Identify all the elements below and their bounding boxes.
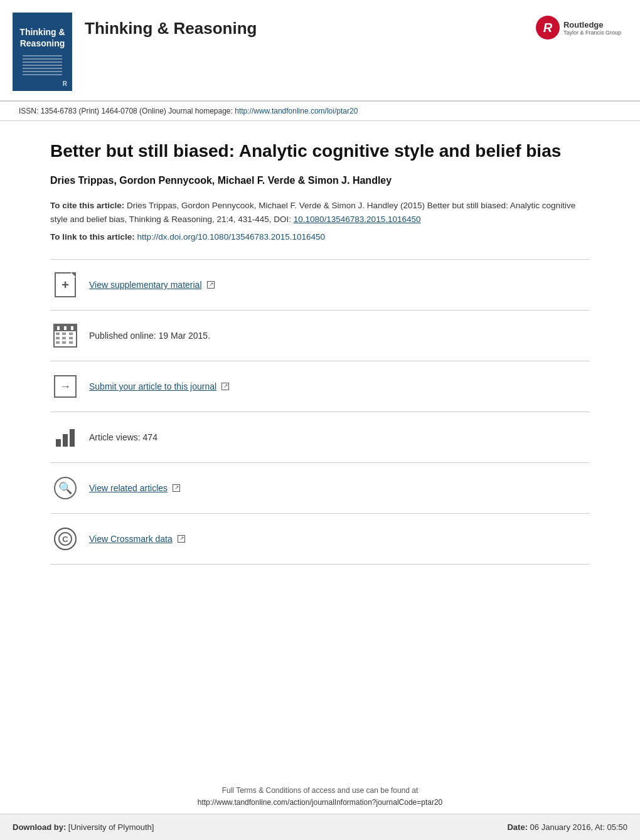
- submit-ext-icon: [221, 383, 229, 390]
- routledge-r-icon: R: [536, 16, 560, 40]
- cover-r-logo: R: [63, 80, 67, 87]
- supplementary-ext-icon: [207, 281, 215, 289]
- crossmark-icon: C: [54, 528, 77, 550]
- actions-section: View supplementary material Publis: [50, 259, 590, 565]
- crossmark-svg: C: [58, 532, 72, 546]
- related-icon-container: 🔍: [50, 473, 80, 503]
- related-search-icon: 🔍: [54, 477, 77, 499]
- action-related: 🔍 View related articles: [50, 462, 590, 513]
- article-link[interactable]: http://dx.doi.org/10.1080/13546783.2015.…: [137, 232, 326, 242]
- citation-block: To cite this article: Dries Trippas, Gor…: [50, 199, 590, 226]
- crossmark-text: View Crossmark data: [89, 534, 173, 544]
- issn-text: ISSN: 1354-6783 (Print) 1464-0708 (Onlin…: [19, 107, 235, 115]
- supplementary-text: View supplementary material: [89, 280, 202, 290]
- action-crossmark: C View Crossmark data: [50, 513, 590, 565]
- journal-title: Thinking & Reasoning: [85, 19, 257, 38]
- action-submit: → Submit your article to this journal: [50, 361, 590, 412]
- footer-bar: Download by: [University of Plymouth] Da…: [0, 814, 640, 840]
- cover-lines: [23, 55, 62, 77]
- action-views: Article views: 474: [50, 412, 590, 462]
- download-value: [University of Plymouth]: [68, 822, 154, 832]
- calendar-icon-container: [50, 321, 80, 351]
- link-block: To link to this article: http://dx.doi.o…: [50, 230, 590, 244]
- main-content: Better but still biased: Analytic cognit…: [0, 121, 640, 583]
- views-text: Article views: 474: [89, 432, 157, 442]
- journal-homepage-link[interactable]: http://www.tandfonline.com/loi/ptar20: [235, 107, 358, 115]
- submit-link[interactable]: Submit your article to this journal: [89, 381, 229, 391]
- download-label: Download by:: [13, 822, 66, 832]
- issn-bar: ISSN: 1354-6783 (Print) 1464-0708 (Onlin…: [0, 102, 640, 121]
- date-label: Date:: [507, 822, 528, 832]
- journal-name-header: Thinking & Reasoning: [85, 13, 257, 38]
- download-section: Download by: [University of Plymouth]: [13, 822, 154, 832]
- related-ext-icon: [173, 484, 180, 492]
- footer-terms: Full Terms & Conditions of access and us…: [0, 785, 640, 809]
- svg-text:C: C: [62, 534, 68, 544]
- terms-line1: Full Terms & Conditions of access and us…: [0, 785, 640, 797]
- supplementary-icon-container: [50, 270, 80, 300]
- bar-chart-icon: [56, 427, 75, 448]
- published-text: Published online: 19 Mar 2015.: [89, 331, 210, 341]
- routledge-name: Routledge: [563, 20, 621, 29]
- doc-plus-icon: [55, 272, 76, 297]
- submit-icon-container: →: [50, 371, 80, 401]
- crossmark-link[interactable]: View Crossmark data: [89, 534, 185, 544]
- link-label: To link to this article:: [50, 232, 135, 242]
- related-text: View related articles: [89, 483, 168, 493]
- routledge-text: Routledge Taylor & Francis Group: [563, 20, 621, 36]
- action-published: Published online: 19 Mar 2015.: [50, 310, 590, 361]
- terms-link[interactable]: http://www.tandfonline.com/action/journa…: [198, 798, 443, 807]
- crossmark-icon-container: C: [50, 524, 80, 554]
- submit-arrow-icon: →: [54, 375, 77, 398]
- date-section: Date: 06 January 2016, At: 05:50: [507, 822, 627, 832]
- related-link[interactable]: View related articles: [89, 483, 180, 493]
- page-header: Thinking &Reasoning R Thinking & Reasoni…: [0, 0, 640, 102]
- submit-text: Submit your article to this journal: [89, 381, 216, 391]
- routledge-subtitle: Taylor & Francis Group: [563, 29, 621, 36]
- date-value: 06 January 2016, At: 05:50: [530, 822, 627, 832]
- header-left: Thinking &Reasoning R Thinking & Reasoni…: [13, 13, 257, 91]
- citation-label: To cite this article:: [50, 201, 124, 210]
- supplementary-link[interactable]: View supplementary material: [89, 280, 215, 290]
- article-authors: Dries Trippas, Gordon Pennycook, Michael…: [50, 175, 590, 186]
- crossmark-ext-icon: [178, 535, 185, 543]
- action-supplementary: View supplementary material: [50, 259, 590, 310]
- article-title: Better but still biased: Analytic cognit…: [50, 140, 590, 162]
- cover-title-line1: Thinking &Reasoning: [19, 26, 65, 49]
- calendar-icon: [53, 324, 77, 348]
- citation-doi-link[interactable]: 10.1080/13546783.2015.1016450: [294, 215, 421, 224]
- journal-cover: Thinking &Reasoning R: [13, 13, 72, 91]
- routledge-logo: R Routledge Taylor & Francis Group: [536, 13, 621, 40]
- views-icon-container: [50, 422, 80, 452]
